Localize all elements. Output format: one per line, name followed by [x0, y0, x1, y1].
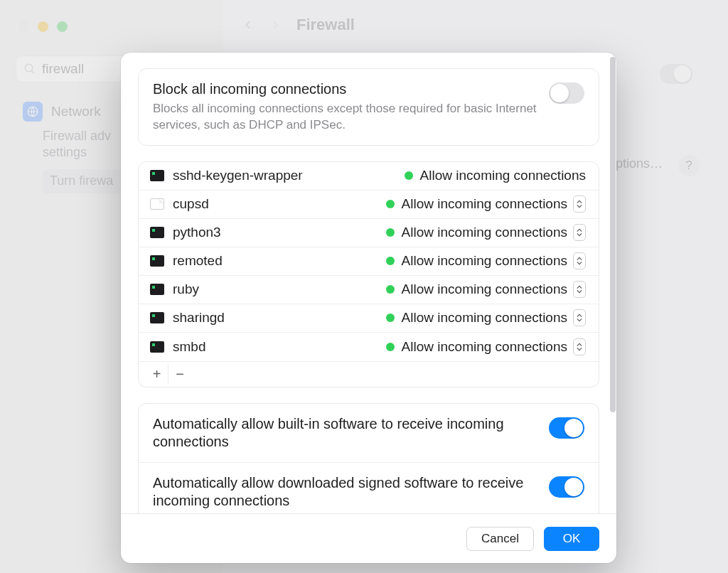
auto-builtin-toggle[interactable] [549, 417, 584, 439]
app-row[interactable]: smbdAllow incoming connections [139, 333, 599, 361]
status-stepper[interactable] [573, 338, 586, 355]
terminal-icon [150, 341, 164, 353]
status-label: Allow incoming connections [402, 196, 567, 212]
status-stepper[interactable] [573, 281, 586, 298]
status-dot-icon [386, 257, 395, 265]
status-label: Allow incoming connections [402, 310, 567, 326]
status-dot-icon [386, 285, 395, 294]
sheet-footer: Cancel OK [121, 513, 616, 563]
app-row[interactable]: python3Allow incoming connections [139, 219, 599, 247]
block-all-subtitle: Blocks all incoming connections except t… [153, 101, 539, 134]
app-row[interactable]: sshd-keygen-wrapperAllow incoming connec… [139, 162, 599, 191]
status-stepper[interactable] [573, 224, 586, 241]
status-label: Allow incoming connections [402, 339, 567, 355]
firewall-options-sheet: Block all incoming connections Blocks al… [121, 53, 616, 563]
status-stepper[interactable] [573, 252, 586, 269]
status-dot-icon [386, 228, 395, 237]
remove-app-button[interactable]: − [168, 364, 191, 384]
terminal-icon [150, 255, 164, 267]
status-stepper[interactable] [573, 309, 586, 326]
terminal-icon [150, 170, 164, 181]
status-dot-icon [386, 314, 395, 322]
app-row[interactable]: cupsdAllow incoming connections [139, 191, 599, 219]
terminal-icon [150, 284, 164, 295]
ok-button[interactable]: OK [544, 527, 599, 551]
app-name-label: sharingd [173, 310, 386, 326]
add-app-button[interactable]: + [146, 364, 168, 384]
status-label: Allow incoming connections [402, 253, 567, 269]
app-name-label: remoted [173, 253, 386, 269]
auto-builtin-title: Automatically allow built-in software to… [153, 415, 539, 451]
status-label: Allow incoming connections [402, 282, 567, 297]
cancel-button[interactable]: Cancel [466, 527, 534, 551]
block-all-card: Block all incoming connections Blocks al… [138, 68, 599, 146]
status-dot-icon [386, 343, 395, 351]
list-toolbar: + − [139, 361, 599, 387]
terminal-icon [150, 227, 164, 238]
sheet-scrollbar[interactable] [610, 57, 616, 412]
auto-signed-title: Automatically allow downloaded signed so… [153, 474, 539, 510]
status-label: Allow incoming connections [402, 225, 567, 240]
app-name-label: cupsd [173, 196, 386, 212]
document-icon [150, 198, 164, 210]
app-row[interactable]: remotedAllow incoming connections [139, 247, 599, 276]
auto-signed-toggle[interactable] [549, 476, 584, 498]
block-all-toggle[interactable] [549, 82, 584, 104]
status-dot-icon [386, 200, 395, 208]
app-name-label: python3 [173, 225, 386, 240]
status-stepper[interactable] [573, 196, 586, 213]
app-row[interactable]: sharingdAllow incoming connections [139, 304, 599, 333]
status-label: Allow incoming connections [420, 168, 586, 183]
firewall-apps-list: sshd-keygen-wrapperAllow incoming connec… [138, 161, 599, 387]
sheet-scroll-area[interactable]: Block all incoming connections Blocks al… [121, 53, 616, 513]
status-dot-icon [405, 171, 413, 180]
auto-allow-card: Automatically allow built-in software to… [138, 403, 599, 513]
app-name-label: sshd-keygen-wrapper [173, 168, 405, 183]
block-all-title: Block all incoming connections [153, 80, 539, 98]
app-row[interactable]: rubyAllow incoming connections [139, 276, 599, 304]
app-name-label: smbd [173, 339, 386, 355]
app-name-label: ruby [173, 282, 386, 297]
terminal-icon [150, 312, 164, 323]
